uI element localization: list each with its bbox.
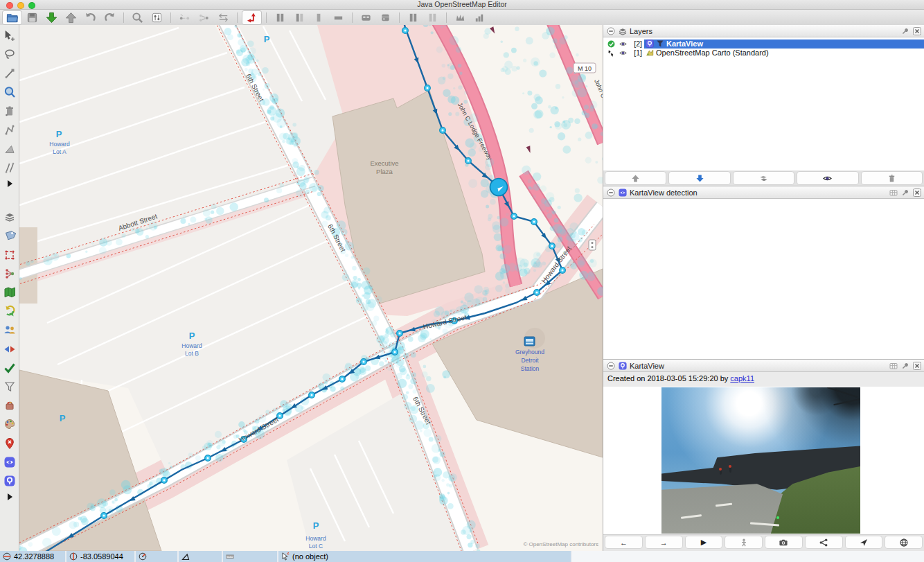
- merge-layer-button[interactable]: [733, 171, 794, 185]
- close-panel-icon[interactable]: [912, 361, 921, 370]
- active-layer-check-icon[interactable]: [606, 40, 616, 48]
- close-panel-icon[interactable]: [912, 188, 921, 197]
- open-file-button[interactable]: [2, 10, 22, 25]
- layer-visibility-eye-icon[interactable]: [618, 40, 628, 48]
- follow-line-button[interactable]: [242, 10, 262, 25]
- previous-photo-button[interactable]: ←: [605, 536, 643, 549]
- collapse-panel-icon[interactable]: [606, 361, 615, 370]
- merge-nodes-button[interactable]: [195, 10, 213, 24]
- photo-viewer-buttons: ← → ▶: [603, 535, 924, 550]
- download-data-button[interactable]: [42, 10, 61, 24]
- upload-data-button[interactable]: [62, 10, 80, 24]
- pin-panel-icon[interactable]: [900, 188, 909, 197]
- next-photo-button[interactable]: →: [645, 536, 683, 549]
- street-photo[interactable]: [661, 387, 860, 534]
- layer-name-cell[interactable]: OpenStreetMap Carto (Standard): [644, 49, 924, 58]
- sidebar-toggle-relations[interactable]: [1, 265, 18, 282]
- collapse-panel-icon[interactable]: [606, 188, 615, 197]
- arrow-up-icon: [631, 174, 640, 183]
- angle-snap-tool[interactable]: [1, 141, 18, 157]
- close-window-button[interactable]: [6, 2, 13, 9]
- map-icon: [3, 286, 16, 299]
- lasso-tool[interactable]: [1, 46, 18, 63]
- unglue-node-button[interactable]: [175, 10, 194, 24]
- panel-toggle-4-button[interactable]: [329, 10, 348, 24]
- improve-accuracy-tool[interactable]: [1, 122, 18, 139]
- undo-button[interactable]: [81, 10, 100, 24]
- close-panel-icon[interactable]: [912, 26, 921, 35]
- selected-photo-node[interactable]: [490, 179, 508, 196]
- imagery-1-button[interactable]: [357, 10, 375, 24]
- authors-icon: [3, 324, 16, 336]
- select-tool[interactable]: [1, 28, 18, 44]
- layer-row-kartaview[interactable]: [2] KartaView: [606, 39, 924, 48]
- svg-text:P: P: [56, 129, 62, 139]
- search-button[interactable]: [128, 10, 147, 24]
- sidebar-toggle-authors[interactable]: [1, 322, 18, 338]
- sidebar-toggle-markers[interactable]: [1, 435, 18, 452]
- panel-toggle-1-button[interactable]: [271, 10, 290, 24]
- switch-viewer-button[interactable]: [725, 536, 763, 549]
- layer-visibility-eye-icon[interactable]: [618, 49, 628, 57]
- collapse-panel-icon[interactable]: [606, 26, 615, 35]
- object-cursor-icon: [281, 552, 290, 561]
- sidebar-toggle-command-stack[interactable]: [1, 303, 18, 319]
- upload-icon: [65, 12, 77, 24]
- panel-toggle-3-button[interactable]: [310, 10, 328, 24]
- sidebar-toggle-conflicts[interactable]: [1, 341, 18, 358]
- delete-layer-button[interactable]: [861, 171, 923, 185]
- parallel-way-tool[interactable]: [1, 159, 18, 176]
- layer-name-cell[interactable]: KartaView: [644, 39, 924, 49]
- toggle-layer-visibility-button[interactable]: [797, 171, 858, 185]
- maximize-window-button[interactable]: [28, 2, 35, 9]
- open-web-button[interactable]: [885, 536, 923, 549]
- undo-icon: [85, 12, 96, 24]
- layer-row-osm-carto[interactable]: [1] OpenStreetMap Carto (Standard): [606, 49, 924, 57]
- save-button[interactable]: [23, 10, 42, 24]
- share-photo-button[interactable]: [805, 536, 843, 549]
- combine-ways-button[interactable]: [214, 10, 233, 24]
- zoom-tool[interactable]: [1, 84, 18, 100]
- follow-line-icon: [246, 12, 258, 24]
- open-photo-button[interactable]: [765, 536, 803, 549]
- redo-button[interactable]: [100, 10, 119, 24]
- sidebar-toggle-map-styles[interactable]: [1, 416, 18, 432]
- panel-settings-icon[interactable]: [889, 188, 898, 197]
- delete-tool[interactable]: [1, 103, 18, 119]
- move-layer-down-button[interactable]: [668, 171, 730, 185]
- pin-panel-icon[interactable]: [900, 26, 909, 35]
- svg-text:Greyhound: Greyhound: [515, 349, 544, 355]
- move-layer-up-button[interactable]: [605, 171, 666, 185]
- preferences-button[interactable]: [148, 10, 166, 24]
- status-bar: 42.3278888 -83.0589044 (no object): [0, 551, 924, 562]
- panel-toggle-2-button[interactable]: [290, 10, 309, 24]
- sidebar-toggle-selection[interactable]: [1, 247, 18, 263]
- imagery-2-button[interactable]: [376, 10, 395, 24]
- draw-node-tool[interactable]: [1, 65, 18, 82]
- arrow-right-icon: →: [660, 538, 668, 547]
- minimize-window-button[interactable]: [17, 2, 24, 9]
- improve-way-icon: [3, 124, 16, 137]
- more-tools-expander[interactable]: [1, 178, 18, 188]
- sidebar-toggle-filter[interactable]: [1, 378, 18, 395]
- building-tool-button[interactable]: [470, 10, 489, 24]
- map-canvas[interactable]: 6th Street 6th Street 6th Street Abbott …: [19, 25, 603, 551]
- sidebar-toggle-changesets[interactable]: [1, 397, 18, 414]
- terrace-tool-button[interactable]: [451, 10, 470, 24]
- sidebar-toggle-map-paint[interactable]: [1, 284, 18, 301]
- panel-settings-icon[interactable]: [889, 361, 898, 370]
- sidebar-toggle-layers[interactable]: [1, 209, 18, 225]
- more-dialogs-expander[interactable]: [1, 491, 18, 502]
- user-link[interactable]: capk11: [730, 374, 754, 383]
- sidebar-toggle-kartaview-detections[interactable]: [1, 454, 18, 471]
- main-toolbar: [0, 10, 924, 26]
- panel-toggle-5-button[interactable]: [404, 10, 423, 24]
- sidebar-toggle-validator[interactable]: [1, 360, 18, 376]
- panel-toggle-6-button[interactable]: [423, 10, 442, 24]
- center-map-button[interactable]: [845, 536, 883, 549]
- sidebar-toggle-kartaview[interactable]: [1, 473, 18, 489]
- sidebar-toggle-tags[interactable]: [1, 227, 18, 244]
- kartaview-detection-panel: KartaView detection: [603, 186, 924, 360]
- play-sequence-button[interactable]: ▶: [685, 536, 723, 549]
- pin-panel-icon[interactable]: [900, 361, 909, 370]
